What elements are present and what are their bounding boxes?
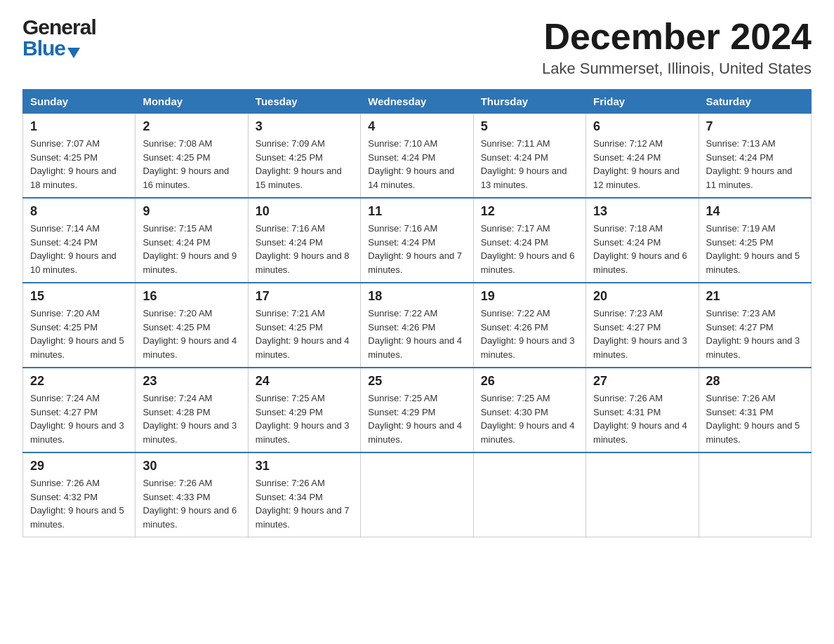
day-info: Sunrise: 7:18 AMSunset: 4:24 PMDaylight:…: [593, 222, 691, 276]
logo-arrow-icon: [67, 48, 80, 58]
day-number: 28: [706, 374, 804, 389]
day-cell: 29Sunrise: 7:26 AMSunset: 4:32 PMDayligh…: [23, 452, 135, 537]
day-cell: 16Sunrise: 7:20 AMSunset: 4:25 PMDayligh…: [135, 283, 248, 368]
day-info: Sunrise: 7:25 AMSunset: 4:29 PMDaylight:…: [368, 391, 465, 446]
week-row-1: 1Sunrise: 7:07 AMSunset: 4:25 PMDaylight…: [23, 114, 812, 199]
day-number: 27: [593, 374, 691, 389]
day-cell: 18Sunrise: 7:22 AMSunset: 4:26 PMDayligh…: [361, 283, 473, 368]
day-cell: 2Sunrise: 7:08 AMSunset: 4:25 PMDaylight…: [135, 114, 248, 199]
day-info: Sunrise: 7:23 AMSunset: 4:27 PMDaylight:…: [706, 307, 804, 361]
col-header-monday: Monday: [135, 90, 248, 114]
day-number: 5: [481, 119, 578, 134]
day-cell: 26Sunrise: 7:25 AMSunset: 4:30 PMDayligh…: [473, 368, 585, 452]
day-cell: 20Sunrise: 7:23 AMSunset: 4:27 PMDayligh…: [586, 283, 699, 368]
day-cell: 8Sunrise: 7:14 AMSunset: 4:24 PMDaylight…: [23, 198, 135, 283]
day-info: Sunrise: 7:26 AMSunset: 4:34 PMDaylight:…: [256, 476, 353, 531]
day-cell: 10Sunrise: 7:16 AMSunset: 4:24 PMDayligh…: [248, 198, 360, 283]
day-number: 3: [256, 119, 353, 134]
day-number: 8: [30, 204, 128, 219]
day-info: Sunrise: 7:07 AMSunset: 4:25 PMDaylight:…: [30, 137, 128, 192]
day-number: 31: [256, 459, 353, 474]
day-cell: [361, 452, 473, 537]
day-info: Sunrise: 7:22 AMSunset: 4:26 PMDaylight:…: [481, 307, 578, 361]
day-info: Sunrise: 7:26 AMSunset: 4:32 PMDaylight:…: [30, 476, 128, 531]
day-info: Sunrise: 7:20 AMSunset: 4:25 PMDaylight:…: [30, 307, 128, 361]
day-info: Sunrise: 7:08 AMSunset: 4:25 PMDaylight:…: [143, 137, 240, 192]
day-info: Sunrise: 7:09 AMSunset: 4:25 PMDaylight:…: [256, 137, 353, 192]
day-cell: 24Sunrise: 7:25 AMSunset: 4:29 PMDayligh…: [248, 368, 360, 452]
day-cell: 1Sunrise: 7:07 AMSunset: 4:25 PMDaylight…: [23, 114, 135, 199]
day-cell: [699, 452, 811, 537]
location-title: Lake Summerset, Illinois, United States: [542, 60, 812, 78]
calendar-table: SundayMondayTuesdayWednesdayThursdayFrid…: [22, 89, 812, 537]
day-info: Sunrise: 7:26 AMSunset: 4:31 PMDaylight:…: [706, 391, 804, 446]
day-info: Sunrise: 7:16 AMSunset: 4:24 PMDaylight:…: [368, 222, 465, 276]
col-header-wednesday: Wednesday: [361, 90, 473, 114]
header: General Blue December 2024 Lake Summerse…: [22, 17, 812, 78]
week-row-4: 22Sunrise: 7:24 AMSunset: 4:27 PMDayligh…: [23, 368, 812, 452]
day-info: Sunrise: 7:14 AMSunset: 4:24 PMDaylight:…: [30, 222, 128, 276]
month-title: December 2024: [542, 17, 812, 57]
day-info: Sunrise: 7:23 AMSunset: 4:27 PMDaylight:…: [593, 307, 691, 361]
day-cell: 21Sunrise: 7:23 AMSunset: 4:27 PMDayligh…: [699, 283, 811, 368]
day-number: 4: [368, 119, 465, 134]
day-cell: 5Sunrise: 7:11 AMSunset: 4:24 PMDaylight…: [473, 114, 585, 199]
day-number: 11: [368, 204, 465, 219]
day-number: 18: [368, 289, 465, 304]
day-cell: 9Sunrise: 7:15 AMSunset: 4:24 PMDaylight…: [135, 198, 248, 283]
col-header-thursday: Thursday: [473, 90, 585, 114]
title-area: December 2024 Lake Summerset, Illinois, …: [542, 17, 812, 78]
day-cell: 31Sunrise: 7:26 AMSunset: 4:34 PMDayligh…: [248, 452, 360, 537]
week-row-2: 8Sunrise: 7:14 AMSunset: 4:24 PMDaylight…: [23, 198, 812, 283]
day-info: Sunrise: 7:15 AMSunset: 4:24 PMDaylight:…: [143, 222, 240, 276]
day-info: Sunrise: 7:20 AMSunset: 4:25 PMDaylight:…: [143, 307, 240, 361]
day-info: Sunrise: 7:17 AMSunset: 4:24 PMDaylight:…: [481, 222, 578, 276]
day-info: Sunrise: 7:25 AMSunset: 4:30 PMDaylight:…: [481, 391, 578, 446]
day-number: 23: [143, 374, 240, 389]
day-info: Sunrise: 7:13 AMSunset: 4:24 PMDaylight:…: [706, 137, 804, 192]
day-info: Sunrise: 7:24 AMSunset: 4:28 PMDaylight:…: [143, 391, 240, 446]
day-number: 7: [706, 119, 804, 134]
day-info: Sunrise: 7:24 AMSunset: 4:27 PMDaylight:…: [30, 391, 128, 446]
day-number: 13: [593, 204, 691, 219]
day-cell: 19Sunrise: 7:22 AMSunset: 4:26 PMDayligh…: [473, 283, 585, 368]
day-number: 9: [143, 204, 240, 219]
day-number: 10: [256, 204, 353, 219]
day-info: Sunrise: 7:22 AMSunset: 4:26 PMDaylight:…: [368, 307, 465, 361]
col-header-saturday: Saturday: [699, 90, 811, 114]
logo-general: General: [22, 17, 96, 38]
day-cell: 4Sunrise: 7:10 AMSunset: 4:24 PMDaylight…: [361, 114, 473, 199]
day-info: Sunrise: 7:12 AMSunset: 4:24 PMDaylight:…: [593, 137, 691, 192]
day-cell: 22Sunrise: 7:24 AMSunset: 4:27 PMDayligh…: [23, 368, 135, 452]
day-cell: 17Sunrise: 7:21 AMSunset: 4:25 PMDayligh…: [248, 283, 360, 368]
day-cell: 3Sunrise: 7:09 AMSunset: 4:25 PMDaylight…: [248, 114, 360, 199]
day-cell: 25Sunrise: 7:25 AMSunset: 4:29 PMDayligh…: [361, 368, 473, 452]
day-number: 29: [30, 459, 128, 474]
col-header-sunday: Sunday: [23, 90, 135, 114]
week-row-3: 15Sunrise: 7:20 AMSunset: 4:25 PMDayligh…: [23, 283, 812, 368]
day-cell: 13Sunrise: 7:18 AMSunset: 4:24 PMDayligh…: [586, 198, 699, 283]
day-cell: 6Sunrise: 7:12 AMSunset: 4:24 PMDaylight…: [586, 114, 699, 199]
day-number: 1: [30, 119, 128, 134]
day-number: 19: [481, 289, 578, 304]
day-cell: 27Sunrise: 7:26 AMSunset: 4:31 PMDayligh…: [586, 368, 699, 452]
day-cell: [586, 452, 699, 537]
day-info: Sunrise: 7:26 AMSunset: 4:31 PMDaylight:…: [593, 391, 691, 446]
col-header-friday: Friday: [586, 90, 699, 114]
day-number: 20: [593, 289, 691, 304]
day-info: Sunrise: 7:11 AMSunset: 4:24 PMDaylight:…: [481, 137, 578, 192]
day-info: Sunrise: 7:21 AMSunset: 4:25 PMDaylight:…: [256, 307, 353, 361]
day-number: 14: [706, 204, 804, 219]
day-cell: 14Sunrise: 7:19 AMSunset: 4:25 PMDayligh…: [699, 198, 811, 283]
day-number: 26: [481, 374, 578, 389]
day-number: 22: [30, 374, 128, 389]
day-info: Sunrise: 7:16 AMSunset: 4:24 PMDaylight:…: [256, 222, 353, 276]
col-header-tuesday: Tuesday: [248, 90, 360, 114]
day-number: 30: [143, 459, 240, 474]
day-number: 16: [143, 289, 240, 304]
day-cell: 30Sunrise: 7:26 AMSunset: 4:33 PMDayligh…: [135, 452, 248, 537]
day-cell: 28Sunrise: 7:26 AMSunset: 4:31 PMDayligh…: [699, 368, 811, 452]
day-info: Sunrise: 7:10 AMSunset: 4:24 PMDaylight:…: [368, 137, 465, 192]
day-number: 12: [481, 204, 578, 219]
day-number: 2: [143, 119, 240, 134]
